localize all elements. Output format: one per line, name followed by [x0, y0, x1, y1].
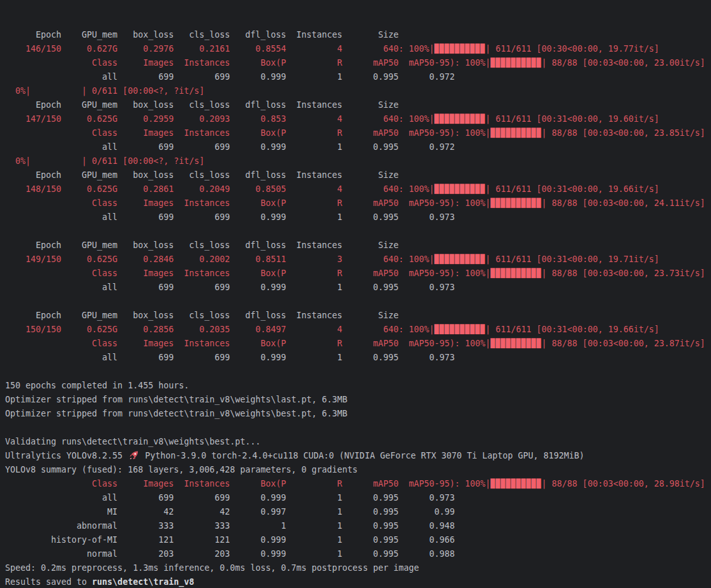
val-metrics-header: Class Images Instances Box(P R mAP50 mAP… [5, 196, 711, 210]
text-segment: | 88/88 [00:03<00:00, 23.85it/s] [542, 128, 705, 138]
progress-bar: ▉▉▉▉▉▉▉▉▉▉ [491, 128, 542, 138]
val-class-row: all 699 699 0.999 1 0.995 0.973 [5, 491, 711, 505]
text-segment: 146/150 0.627G 0.2976 0.2161 0.8554 4 64… [5, 44, 434, 54]
text-segment: Class Images Instances Box(P R mAP50 mAP… [5, 268, 491, 278]
progress-bar: ▉▉▉▉▉▉▉▉▉▉ [491, 268, 542, 278]
val-metrics-header: Class Images Instances Box(P R mAP50 mAP… [5, 337, 711, 351]
text-segment: history-of-MI 121 121 0.999 1 0.995 0.96… [5, 535, 454, 545]
epoch-progress-row: 147/150 0.625G 0.2959 0.2093 0.853 4 640… [5, 112, 711, 126]
val-class-row: normal 203 203 0.999 1 0.995 0.988 [5, 547, 711, 561]
text-segment: Optimizer stripped from runs\detect\trai… [5, 409, 347, 418]
text-segment: 150/150 0.625G 0.2856 0.2035 0.8497 4 64… [5, 325, 434, 334]
text-segment: runs\detect\train_v8 [92, 577, 194, 587]
val-metrics-header: Class Images Instances Box(P R mAP50 mAP… [5, 126, 711, 140]
text-segment: 148/150 0.625G 0.2861 0.2049 0.8505 4 64… [5, 184, 434, 194]
rocket-icon [128, 451, 140, 460]
text-segment: Ultralytics YOLOv8.2.55 [5, 451, 128, 460]
text-segment: 149/150 0.625G 0.2846 0.2002 0.8511 3 64… [5, 254, 434, 264]
val-all-row: all 699 699 0.999 1 0.995 0.972 [5, 70, 711, 84]
val-all-row: all 699 699 0.999 1 0.995 0.973 [5, 210, 711, 224]
text-segment: | 611/611 [00:31<00:00, 19.71it/s] [486, 254, 659, 264]
results-saved-line: Results saved to runs\detect\train_v8 [5, 575, 711, 588]
text-segment: 150 epochs completed in 1.455 hours. [5, 381, 189, 390]
text-segment: Validating runs\detect\train_v8\weights\… [5, 437, 260, 446]
epoch-table-header: Epoch GPU_mem box_loss cls_loss dfl_loss… [5, 98, 711, 112]
text-segment: | 611/611 [00:31<00:00, 19.66it/s] [486, 184, 659, 194]
text-segment: Class Images Instances Box(P R mAP50 mAP… [5, 479, 491, 489]
text-segment: abnormal 333 333 1 1 0.995 0.948 [5, 521, 454, 531]
text-segment: all 699 699 0.999 1 0.995 0.973 [5, 353, 454, 362]
val-metrics-header: Class Images Instances Box(P R mAP50 mAP… [5, 477, 711, 491]
text-segment: Epoch GPU_mem box_loss cls_loss dfl_loss… [5, 170, 398, 180]
progress-bar: ▉▉▉▉▉▉▉▉▉▉ [491, 339, 542, 348]
progress-bar: ▉▉▉▉▉▉▉▉▉▉ [434, 254, 485, 264]
epoch-table-header: Epoch GPU_mem box_loss cls_loss dfl_loss… [5, 28, 711, 42]
val-all-row: all 699 699 0.999 1 0.995 0.973 [5, 351, 711, 365]
optimizer-stripped-line: Optimizer stripped from runs\detect\trai… [5, 393, 711, 407]
text-segment: 0%| | 0/611 [00:00<?, ?it/s] [5, 86, 204, 96]
val-class-row: history-of-MI 121 121 0.999 1 0.995 0.96… [5, 533, 711, 547]
text-segment: Epoch GPU_mem box_loss cls_loss dfl_loss… [5, 311, 398, 320]
text-segment: all 699 699 0.999 1 0.995 0.973 [5, 212, 454, 222]
text-segment: Optimizer stripped from runs\detect\trai… [5, 395, 347, 404]
blank-line [5, 365, 711, 379]
text-segment: Class Images Instances Box(P R mAP50 mAP… [5, 198, 491, 208]
text-segment: | 88/88 [00:03<00:00, 23.73it/s] [542, 268, 705, 278]
progress-bar: ▉▉▉▉▉▉▉▉▉▉ [434, 114, 485, 124]
progress-bar: ▉▉▉▉▉▉▉▉▉▉ [491, 58, 542, 68]
epochs-completed-line: 150 epochs completed in 1.455 hours. [5, 379, 711, 393]
epoch-progress-row: 146/150 0.627G 0.2976 0.2161 0.8554 4 64… [5, 42, 711, 56]
val-class-row: abnormal 333 333 1 1 0.995 0.948 [5, 519, 711, 533]
text-segment: all 699 699 0.999 1 0.995 0.972 [5, 72, 454, 82]
val-metrics-header: Class Images Instances Box(P R mAP50 mAP… [5, 56, 711, 70]
epoch-table-header: Epoch GPU_mem box_loss cls_loss dfl_loss… [5, 239, 711, 253]
text-segment: 0%| | 0/611 [00:00<?, ?it/s] [5, 156, 204, 166]
text-segment: Epoch GPU_mem box_loss cls_loss dfl_loss… [5, 100, 398, 110]
text-segment: YOLOv8 summary (fused): 168 layers, 3,00… [5, 465, 357, 474]
console-panel: Epoch GPU_mem box_loss cls_loss dfl_loss… [0, 0, 711, 588]
text-segment: Class Images Instances Box(P R mAP50 mAP… [5, 128, 491, 138]
text-segment: Epoch GPU_mem box_loss cls_loss dfl_loss… [5, 30, 398, 40]
progress-bar: ▉▉▉▉▉▉▉▉▉▉ [434, 325, 485, 334]
blank-line [5, 224, 711, 239]
validating-line: Validating runs\detect\train_v8\weights\… [5, 435, 711, 449]
model-summary-line: YOLOv8 summary (fused): 168 layers, 3,00… [5, 463, 711, 477]
text-segment: | 611/611 [00:30<00:00, 19.77it/s] [486, 44, 659, 54]
dataloader-progress-row: 0%| | 0/611 [00:00<?, ?it/s] [5, 154, 711, 168]
text-segment: | 611/611 [00:31<00:00, 19.66it/s] [486, 325, 659, 334]
terminal-output: Epoch GPU_mem box_loss cls_loss dfl_loss… [5, 28, 711, 588]
progress-bar: ▉▉▉▉▉▉▉▉▉▉ [434, 184, 485, 194]
text-segment: | 88/88 [00:03<00:00, 23.87it/s] [542, 339, 705, 348]
text-segment: MI 42 42 0.997 1 0.995 0.99 [5, 507, 454, 517]
text-segment: all 699 699 0.999 1 0.995 0.973 [5, 493, 454, 503]
progress-bar: ▉▉▉▉▉▉▉▉▉▉ [434, 44, 485, 54]
epoch-table-header: Epoch GPU_mem box_loss cls_loss dfl_loss… [5, 168, 711, 182]
text-segment: Speed: 0.2ms preprocess, 1.3ms inference… [5, 563, 419, 573]
val-all-row: all 699 699 0.999 1 0.995 0.972 [5, 140, 711, 154]
ultralytics-version-line: Ultralytics YOLOv8.2.55 Python-3.9.0 tor… [5, 449, 711, 463]
optimizer-stripped-line: Optimizer stripped from runs\detect\trai… [5, 407, 711, 421]
text-segment: | 88/88 [00:03<00:00, 23.00it/s] [542, 58, 705, 68]
text-segment: Python-3.9.0 torch-2.4.0+cu118 CUDA:0 (N… [140, 451, 584, 460]
epoch-table-header: Epoch GPU_mem box_loss cls_loss dfl_loss… [5, 309, 711, 323]
text-segment: all 699 699 0.999 1 0.995 0.972 [5, 142, 454, 152]
text-segment: normal 203 203 0.999 1 0.995 0.988 [5, 549, 454, 559]
val-class-row: MI 42 42 0.997 1 0.995 0.99 [5, 505, 711, 519]
blank-line [5, 295, 711, 309]
progress-bar: ▉▉▉▉▉▉▉▉▉▉ [491, 198, 542, 208]
text-segment: | 88/88 [00:03<00:00, 24.11it/s] [542, 198, 705, 208]
text-segment: Results saved to [5, 577, 92, 587]
blank-line [5, 421, 711, 435]
epoch-progress-row: 150/150 0.625G 0.2856 0.2035 0.8497 4 64… [5, 323, 711, 337]
progress-bar: ▉▉▉▉▉▉▉▉▉▉ [491, 479, 542, 489]
epoch-progress-row: 148/150 0.625G 0.2861 0.2049 0.8505 4 64… [5, 182, 711, 196]
text-segment: | 88/88 [00:03<00:00, 28.98it/s] [542, 479, 705, 489]
dataloader-progress-row: 0%| | 0/611 [00:00<?, ?it/s] [5, 84, 711, 98]
text-segment: all 699 699 0.999 1 0.995 0.973 [5, 283, 454, 292]
text-segment: 147/150 0.625G 0.2959 0.2093 0.853 4 640… [5, 114, 434, 124]
val-all-row: all 699 699 0.999 1 0.995 0.973 [5, 281, 711, 295]
speed-line: Speed: 0.2ms preprocess, 1.3ms inference… [5, 561, 711, 575]
val-metrics-header: Class Images Instances Box(P R mAP50 mAP… [5, 267, 711, 281]
text-segment: Epoch GPU_mem box_loss cls_loss dfl_loss… [5, 240, 398, 250]
text-segment: Class Images Instances Box(P R mAP50 mAP… [5, 339, 491, 348]
